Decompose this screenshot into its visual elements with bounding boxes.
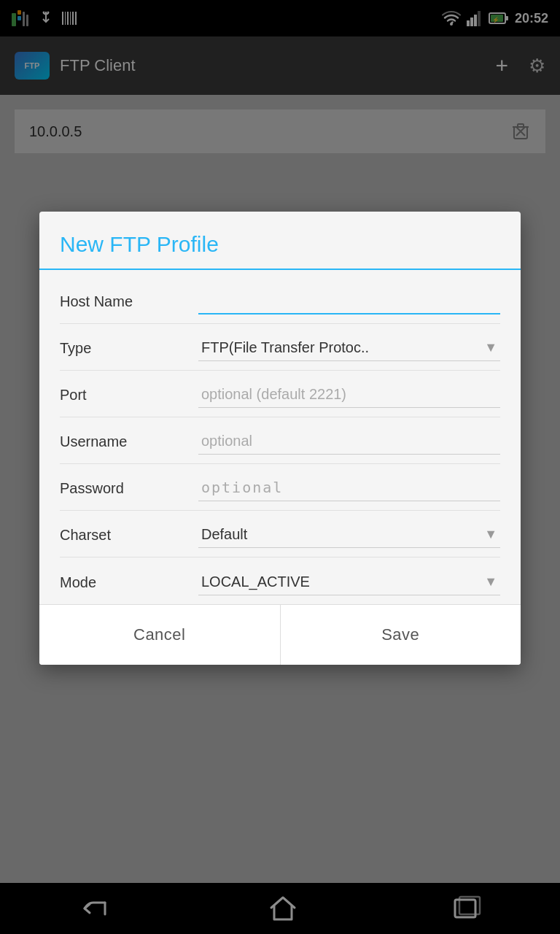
port-row: Port [60,371,500,417]
username-input[interactable] [198,428,500,455]
dialog-buttons: Cancel Save [39,604,521,665]
host-name-row: Host Name [60,277,500,324]
host-name-input-wrap[interactable] [198,287,500,314]
type-select-wrap[interactable]: FTP(File Transfer Protoc.. ▼ [198,335,500,361]
charset-select[interactable]: Default ▼ [198,522,500,548]
password-label: Password [60,480,198,501]
type-row: Type FTP(File Transfer Protoc.. ▼ [60,324,500,371]
host-name-label: Host Name [60,293,198,314]
charset-select-wrap[interactable]: Default ▼ [198,522,500,548]
dialog-body: Host Name Type FTP(File Transfer Protoc.… [39,270,521,604]
mode-row: Mode LOCAL_ACTIVE ▼ [60,557,500,604]
port-input-wrap[interactable] [198,382,500,408]
save-button[interactable]: Save [281,605,521,665]
mode-label: Mode [60,574,198,595]
host-name-input[interactable] [198,287,500,314]
mode-select[interactable]: LOCAL_ACTIVE ▼ [198,569,500,595]
port-label: Port [60,387,198,408]
type-label: Type [60,340,198,361]
password-input[interactable] [198,474,500,501]
port-input[interactable] [198,382,500,408]
password-row: Password [60,464,500,511]
username-input-wrap[interactable] [198,428,500,455]
dialog-title: New FTP Profile [39,212,521,270]
new-ftp-profile-dialog: New FTP Profile Host Name Type FTP(File … [39,212,521,665]
type-dropdown-arrow: ▼ [484,340,497,355]
modal-overlay: New FTP Profile Host Name Type FTP(File … [0,0,560,934]
mode-select-wrap[interactable]: LOCAL_ACTIVE ▼ [198,569,500,595]
username-label: Username [60,433,198,455]
username-row: Username [60,417,500,464]
charset-label: Charset [60,527,198,548]
mode-dropdown-arrow: ▼ [484,574,497,590]
charset-dropdown-arrow: ▼ [484,527,497,542]
charset-row: Charset Default ▼ [60,511,500,557]
cancel-button[interactable]: Cancel [39,605,281,665]
password-input-wrap[interactable] [198,474,500,501]
type-select[interactable]: FTP(File Transfer Protoc.. ▼ [198,335,500,361]
